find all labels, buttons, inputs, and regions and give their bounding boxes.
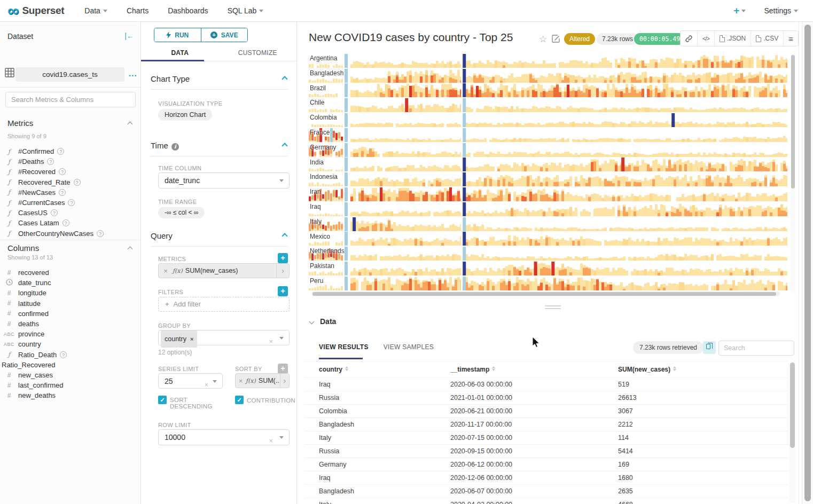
nav-item-sql-lab[interactable]: SQL Lab: [228, 6, 264, 15]
table-row[interactable]: Bangladesh2020-11-17 00:00:002212: [304, 418, 788, 431]
table-row[interactable]: Italy2020-04-02 00:00:004668: [304, 498, 788, 504]
column-item[interactable]: ƒRatio_Death?: [0, 350, 140, 360]
sort-icon[interactable]: [492, 366, 495, 372]
add-new-button[interactable]: +: [733, 5, 746, 17]
column-item[interactable]: #recovered: [0, 267, 140, 278]
horizon-row-netherlands[interactable]: Netherlands: [309, 246, 787, 261]
column-item[interactable]: #latitude: [0, 298, 140, 309]
sort-icon[interactable]: [673, 366, 676, 372]
table-row[interactable]: Colombia2020-06-21 00:00:003067: [304, 404, 788, 418]
horizon-row-peru[interactable]: Peru: [309, 276, 787, 291]
nav-item-charts[interactable]: Charts: [127, 6, 148, 15]
horizon-row-mexico[interactable]: Mexico: [309, 232, 787, 247]
collapse-metrics-icon[interactable]: [128, 122, 133, 127]
clear-icon[interactable]: ×: [269, 334, 273, 349]
group-by-select[interactable]: country× ×: [158, 330, 290, 345]
horizon-chart[interactable]: ArgentinaBangladeshBrazilChileColombiaFr…: [309, 53, 787, 291]
remove-tag-icon[interactable]: ×: [190, 336, 193, 342]
horizon-row-colombia[interactable]: Colombia: [309, 113, 787, 128]
add-filter-dropzone[interactable]: +Add filter: [158, 297, 290, 312]
menu-icon[interactable]: ≡: [784, 31, 798, 46]
superset-logo[interactable]: ∞ Superset: [7, 3, 64, 18]
metric-item[interactable]: ƒOtherCountryNewCases?: [0, 229, 140, 239]
nav-item-dashboards[interactable]: Dashboards: [168, 6, 208, 15]
metric-item[interactable]: ƒ#CurrentCases?: [0, 198, 140, 208]
column-item[interactable]: Ratio_Recovered: [0, 360, 140, 370]
share-link-icon[interactable]: [681, 31, 698, 46]
horizon-row-iraq[interactable]: Iraq: [309, 202, 787, 217]
column-item[interactable]: date_trunc: [0, 278, 140, 288]
metric-pill[interactable]: × ƒ(x) SUM(new_cases) ›: [158, 263, 290, 278]
query-section-header[interactable]: Query: [151, 231, 288, 240]
remove-metric-icon[interactable]: ×: [159, 267, 173, 275]
time-column-select[interactable]: date_trunc: [158, 172, 290, 188]
run-button[interactable]: RUN: [154, 28, 201, 42]
column-item[interactable]: #new_cases: [0, 370, 140, 380]
horizon-row-pakistan[interactable]: Pakistan: [309, 261, 787, 276]
horizon-row-chile[interactable]: Chile: [309, 98, 787, 113]
series-limit-select[interactable]: 25 ×: [158, 373, 223, 389]
column-item[interactable]: ABCprovince: [0, 329, 140, 339]
column-header--timestamp[interactable]: __timestamp: [450, 361, 495, 377]
dataset-more-icon[interactable]: ...: [129, 69, 137, 78]
data-section-header[interactable]: Data: [310, 317, 336, 326]
horizon-row-france[interactable]: France: [309, 128, 787, 143]
edit-properties-icon[interactable]: [552, 35, 560, 45]
metric-item[interactable]: ƒ#Confirmed?: [0, 146, 140, 156]
row-limit-select[interactable]: 10000 ×: [158, 429, 290, 445]
clear-icon[interactable]: ×: [269, 434, 273, 448]
table-row[interactable]: Russia2020-09-15 00:00:005414: [304, 444, 788, 458]
time-range-value[interactable]: -∞ ≤ col < ∞: [158, 207, 205, 218]
metric-item[interactable]: ƒ#Recovered?: [0, 167, 140, 177]
settings-menu[interactable]: Settings: [764, 6, 798, 15]
column-item[interactable]: #longitude: [0, 288, 140, 298]
add-metric-button[interactable]: +: [278, 253, 288, 263]
export-csv-button[interactable]: .CSV: [751, 31, 784, 46]
add-sort-button[interactable]: +: [278, 364, 288, 374]
table-row[interactable]: Iraq2020-06-03 00:00:00519: [304, 377, 788, 391]
metric-item[interactable]: ƒ#Deaths?: [0, 156, 140, 167]
chevron-right-icon[interactable]: ›: [276, 264, 289, 278]
contribution-checkbox[interactable]: ✓: [235, 396, 244, 404]
tab-view-samples[interactable]: VIEW SAMPLES: [384, 343, 434, 356]
export-json-button[interactable]: .JSON: [715, 31, 751, 46]
column-header-sum-new-cases-[interactable]: SUM(new_cases): [618, 361, 676, 377]
remove-sort-icon[interactable]: ×: [236, 377, 246, 385]
nav-item-data[interactable]: Data: [84, 6, 107, 15]
dataset-name[interactable]: covid19.cases_ts: [15, 67, 124, 82]
search-metrics-columns-input[interactable]: [5, 92, 136, 107]
embed-code-icon[interactable]: </>: [698, 31, 715, 46]
metric-item[interactable]: ƒRecovered_Rate?: [0, 177, 140, 187]
sort-descending-checkbox[interactable]: ✓: [158, 396, 167, 404]
table-row[interactable]: Bangladesh2020-06-07 00:00:002635: [304, 484, 788, 498]
copy-results-button[interactable]: [703, 341, 716, 354]
horizon-row-bangladesh[interactable]: Bangladesh: [309, 68, 787, 83]
table-vscrollbar-thumb[interactable]: [790, 363, 795, 448]
column-item[interactable]: ABCcountry: [0, 339, 140, 349]
sort-by-pill[interactable]: × ƒ(x) SUM(... ›: [235, 373, 290, 388]
column-header-country[interactable]: country: [319, 361, 348, 377]
chart-vscrollbar-thumb[interactable]: [791, 55, 795, 188]
column-item[interactable]: #confirmed: [0, 309, 140, 319]
clear-icon[interactable]: ×: [204, 377, 208, 392]
column-item[interactable]: #deaths: [0, 319, 140, 329]
page-scrollbar-thumb[interactable]: [804, 25, 811, 501]
tab-data[interactable]: DATA: [141, 45, 219, 61]
column-item[interactable]: #last_confirmed: [0, 380, 140, 390]
table-row[interactable]: Germany2020-06-12 00:00:00169: [304, 458, 788, 471]
horizon-row-indonesia[interactable]: Indonesia: [309, 172, 787, 187]
chevron-right-icon[interactable]: ›: [280, 374, 289, 388]
horizon-row-italy[interactable]: Italy: [309, 217, 787, 232]
collapse-columns-icon[interactable]: [128, 247, 133, 252]
tab-view-results[interactable]: VIEW RESULTS: [319, 343, 369, 356]
horizon-row-india[interactable]: India: [309, 158, 787, 172]
metric-item[interactable]: ƒCases Latam?: [0, 218, 140, 228]
metric-item[interactable]: ƒCasesUS?: [0, 208, 140, 218]
table-row[interactable]: Russia2021-01-01 00:00:0026613: [304, 391, 788, 404]
table-row[interactable]: Italy2020-07-15 00:00:00114: [304, 431, 788, 444]
metric-item[interactable]: ƒ#NewCases?: [0, 187, 140, 198]
horizon-row-iran[interactable]: Iran: [309, 187, 787, 202]
viz-type-value[interactable]: Horizon Chart: [158, 109, 212, 121]
chart-type-section-header[interactable]: Chart Type: [151, 74, 288, 83]
horizon-row-argentina[interactable]: Argentina: [309, 53, 787, 68]
